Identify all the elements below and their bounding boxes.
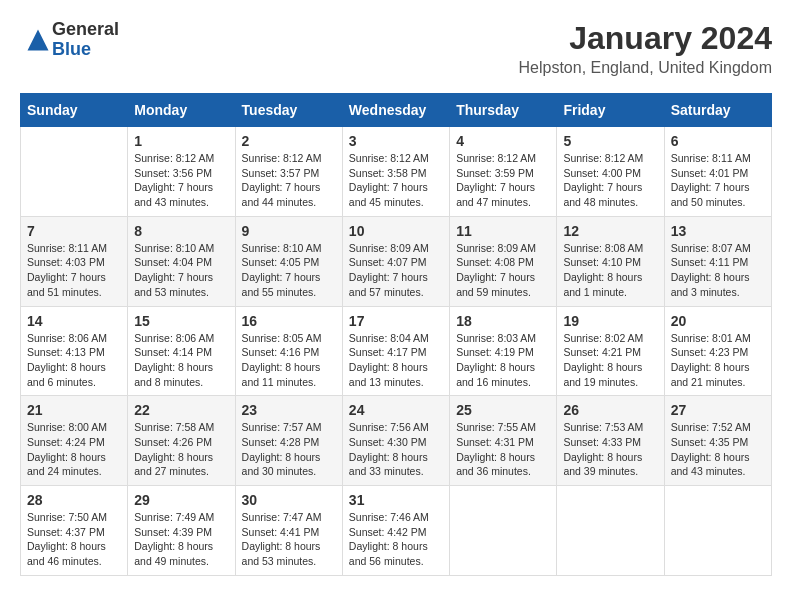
day-info: Sunrise: 8:07 AM Sunset: 4:11 PM Dayligh… [671,241,765,300]
calendar-cell: 4Sunrise: 8:12 AM Sunset: 3:59 PM Daylig… [450,127,557,217]
day-number: 31 [349,492,443,508]
location-subtitle: Helpston, England, United Kingdom [519,59,773,77]
calendar-cell: 23Sunrise: 7:57 AM Sunset: 4:28 PM Dayli… [235,396,342,486]
day-info: Sunrise: 8:01 AM Sunset: 4:23 PM Dayligh… [671,331,765,390]
calendar-cell: 12Sunrise: 8:08 AM Sunset: 4:10 PM Dayli… [557,216,664,306]
calendar-cell: 24Sunrise: 7:56 AM Sunset: 4:30 PM Dayli… [342,396,449,486]
calendar-cell: 17Sunrise: 8:04 AM Sunset: 4:17 PM Dayli… [342,306,449,396]
calendar-week-row: 21Sunrise: 8:00 AM Sunset: 4:24 PM Dayli… [21,396,772,486]
day-info: Sunrise: 8:12 AM Sunset: 4:00 PM Dayligh… [563,151,657,210]
day-number: 9 [242,223,336,239]
svg-marker-0 [28,29,49,50]
calendar-cell: 9Sunrise: 8:10 AM Sunset: 4:05 PM Daylig… [235,216,342,306]
calendar-cell: 11Sunrise: 8:09 AM Sunset: 4:08 PM Dayli… [450,216,557,306]
weekday-header-friday: Friday [557,94,664,127]
calendar-week-row: 28Sunrise: 7:50 AM Sunset: 4:37 PM Dayli… [21,486,772,576]
page-header: General Blue January 2024 Helpston, Engl… [20,20,772,77]
logo-blue: Blue [52,40,119,60]
calendar-table: SundayMondayTuesdayWednesdayThursdayFrid… [20,93,772,576]
calendar-cell [21,127,128,217]
weekday-header-row: SundayMondayTuesdayWednesdayThursdayFrid… [21,94,772,127]
calendar-cell: 16Sunrise: 8:05 AM Sunset: 4:16 PM Dayli… [235,306,342,396]
weekday-header-saturday: Saturday [664,94,771,127]
day-info: Sunrise: 7:58 AM Sunset: 4:26 PM Dayligh… [134,420,228,479]
day-info: Sunrise: 8:06 AM Sunset: 4:13 PM Dayligh… [27,331,121,390]
weekday-header-sunday: Sunday [21,94,128,127]
weekday-header-wednesday: Wednesday [342,94,449,127]
day-number: 20 [671,313,765,329]
day-info: Sunrise: 8:11 AM Sunset: 4:03 PM Dayligh… [27,241,121,300]
weekday-header-thursday: Thursday [450,94,557,127]
logo: General Blue [20,20,119,60]
calendar-cell: 21Sunrise: 8:00 AM Sunset: 4:24 PM Dayli… [21,396,128,486]
day-info: Sunrise: 7:56 AM Sunset: 4:30 PM Dayligh… [349,420,443,479]
day-number: 10 [349,223,443,239]
day-info: Sunrise: 8:10 AM Sunset: 4:05 PM Dayligh… [242,241,336,300]
day-info: Sunrise: 8:04 AM Sunset: 4:17 PM Dayligh… [349,331,443,390]
calendar-cell: 18Sunrise: 8:03 AM Sunset: 4:19 PM Dayli… [450,306,557,396]
day-info: Sunrise: 8:08 AM Sunset: 4:10 PM Dayligh… [563,241,657,300]
calendar-cell [664,486,771,576]
calendar-cell [557,486,664,576]
day-number: 7 [27,223,121,239]
day-info: Sunrise: 8:11 AM Sunset: 4:01 PM Dayligh… [671,151,765,210]
day-number: 24 [349,402,443,418]
calendar-cell: 20Sunrise: 8:01 AM Sunset: 4:23 PM Dayli… [664,306,771,396]
day-number: 21 [27,402,121,418]
calendar-cell: 14Sunrise: 8:06 AM Sunset: 4:13 PM Dayli… [21,306,128,396]
day-number: 11 [456,223,550,239]
day-info: Sunrise: 8:12 AM Sunset: 3:56 PM Dayligh… [134,151,228,210]
day-number: 19 [563,313,657,329]
day-number: 15 [134,313,228,329]
day-info: Sunrise: 8:09 AM Sunset: 4:08 PM Dayligh… [456,241,550,300]
calendar-cell: 6Sunrise: 8:11 AM Sunset: 4:01 PM Daylig… [664,127,771,217]
day-number: 27 [671,402,765,418]
day-number: 5 [563,133,657,149]
day-number: 4 [456,133,550,149]
day-info: Sunrise: 7:46 AM Sunset: 4:42 PM Dayligh… [349,510,443,569]
calendar-cell: 5Sunrise: 8:12 AM Sunset: 4:00 PM Daylig… [557,127,664,217]
day-number: 29 [134,492,228,508]
day-info: Sunrise: 8:12 AM Sunset: 3:58 PM Dayligh… [349,151,443,210]
day-number: 3 [349,133,443,149]
calendar-cell: 2Sunrise: 8:12 AM Sunset: 3:57 PM Daylig… [235,127,342,217]
day-number: 14 [27,313,121,329]
day-info: Sunrise: 8:12 AM Sunset: 3:57 PM Dayligh… [242,151,336,210]
weekday-header-monday: Monday [128,94,235,127]
calendar-week-row: 14Sunrise: 8:06 AM Sunset: 4:13 PM Dayli… [21,306,772,396]
day-info: Sunrise: 8:03 AM Sunset: 4:19 PM Dayligh… [456,331,550,390]
day-number: 16 [242,313,336,329]
logo-icon [24,26,52,54]
day-number: 25 [456,402,550,418]
day-number: 12 [563,223,657,239]
day-info: Sunrise: 7:57 AM Sunset: 4:28 PM Dayligh… [242,420,336,479]
calendar-cell: 1Sunrise: 8:12 AM Sunset: 3:56 PM Daylig… [128,127,235,217]
day-info: Sunrise: 8:05 AM Sunset: 4:16 PM Dayligh… [242,331,336,390]
weekday-header-tuesday: Tuesday [235,94,342,127]
calendar-week-row: 1Sunrise: 8:12 AM Sunset: 3:56 PM Daylig… [21,127,772,217]
day-number: 23 [242,402,336,418]
calendar-cell: 15Sunrise: 8:06 AM Sunset: 4:14 PM Dayli… [128,306,235,396]
day-info: Sunrise: 7:52 AM Sunset: 4:35 PM Dayligh… [671,420,765,479]
logo-general: General [52,20,119,40]
calendar-cell: 25Sunrise: 7:55 AM Sunset: 4:31 PM Dayli… [450,396,557,486]
day-number: 18 [456,313,550,329]
calendar-week-row: 7Sunrise: 8:11 AM Sunset: 4:03 PM Daylig… [21,216,772,306]
title-section: January 2024 Helpston, England, United K… [519,20,773,77]
day-number: 26 [563,402,657,418]
calendar-cell: 8Sunrise: 8:10 AM Sunset: 4:04 PM Daylig… [128,216,235,306]
calendar-cell: 22Sunrise: 7:58 AM Sunset: 4:26 PM Dayli… [128,396,235,486]
calendar-cell: 28Sunrise: 7:50 AM Sunset: 4:37 PM Dayli… [21,486,128,576]
calendar-cell: 19Sunrise: 8:02 AM Sunset: 4:21 PM Dayli… [557,306,664,396]
day-info: Sunrise: 8:00 AM Sunset: 4:24 PM Dayligh… [27,420,121,479]
calendar-cell: 31Sunrise: 7:46 AM Sunset: 4:42 PM Dayli… [342,486,449,576]
calendar-cell: 26Sunrise: 7:53 AM Sunset: 4:33 PM Dayli… [557,396,664,486]
calendar-cell: 13Sunrise: 8:07 AM Sunset: 4:11 PM Dayli… [664,216,771,306]
day-info: Sunrise: 8:09 AM Sunset: 4:07 PM Dayligh… [349,241,443,300]
day-info: Sunrise: 8:06 AM Sunset: 4:14 PM Dayligh… [134,331,228,390]
day-info: Sunrise: 8:10 AM Sunset: 4:04 PM Dayligh… [134,241,228,300]
day-number: 17 [349,313,443,329]
day-info: Sunrise: 7:55 AM Sunset: 4:31 PM Dayligh… [456,420,550,479]
calendar-cell: 27Sunrise: 7:52 AM Sunset: 4:35 PM Dayli… [664,396,771,486]
day-info: Sunrise: 7:50 AM Sunset: 4:37 PM Dayligh… [27,510,121,569]
